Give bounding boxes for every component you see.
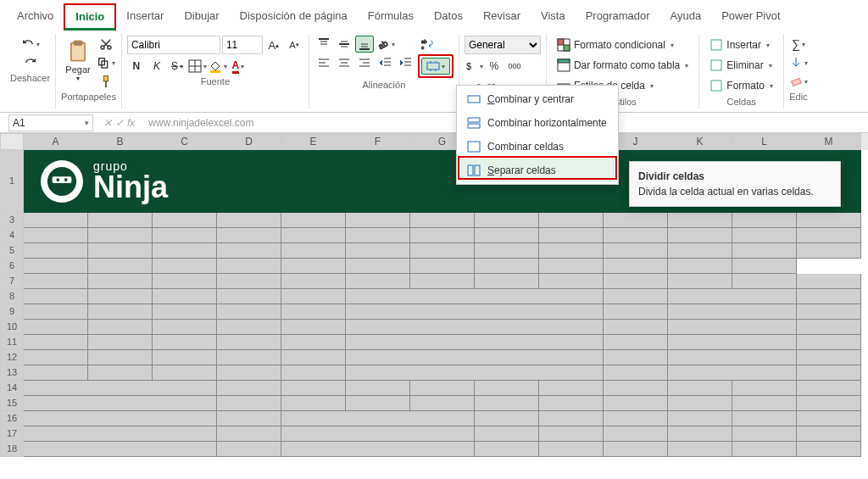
row-header[interactable]: 16 <box>0 411 24 426</box>
table-row[interactable] <box>24 289 861 304</box>
font-size-select[interactable] <box>222 36 263 54</box>
merged-cell[interactable] <box>281 411 475 426</box>
percent-button[interactable]: % <box>485 58 504 75</box>
fx-icon[interactable]: fx <box>127 117 135 129</box>
tab-disposicion[interactable]: Disposición de página <box>230 4 358 30</box>
format-table-button[interactable]: Dar formato como tabla <box>552 56 693 75</box>
bold-button[interactable]: N <box>127 58 146 75</box>
merged-cell[interactable] <box>24 411 217 426</box>
format-painter-button[interactable] <box>97 73 115 90</box>
merge-across-item[interactable]: Combinar horizontalmente <box>459 111 616 135</box>
tab-revisar[interactable]: Revisar <box>473 4 531 30</box>
number-format-select[interactable]: General <box>465 36 541 54</box>
orientation-button[interactable]: ab <box>376 36 395 53</box>
table-row[interactable] <box>24 213 861 228</box>
merge-button[interactable] <box>421 58 450 75</box>
merged-cell[interactable] <box>24 442 217 457</box>
fill-color-button[interactable] <box>209 58 227 75</box>
merged-cell[interactable] <box>668 350 797 365</box>
row-header[interactable]: 3 <box>0 213 24 228</box>
decrease-indent-button[interactable] <box>376 54 395 71</box>
conditional-format-button[interactable]: Formato condicional <box>552 36 679 54</box>
fill-button[interactable] <box>789 54 808 71</box>
format-cells-button[interactable]: Formato <box>704 76 778 95</box>
merged-cell[interactable] <box>668 304 797 320</box>
row-header[interactable]: 11 <box>0 335 24 350</box>
clear-button[interactable] <box>789 73 808 90</box>
col-header[interactable]: K <box>668 133 732 150</box>
table-row[interactable] <box>24 228 861 243</box>
cut-button[interactable] <box>97 36 115 53</box>
merged-cell[interactable] <box>24 381 217 396</box>
redo-button[interactable] <box>21 54 40 71</box>
col-header[interactable]: D <box>217 133 281 150</box>
align-top-button[interactable] <box>314 36 333 53</box>
row-header[interactable]: 10 <box>0 320 24 335</box>
col-header[interactable]: E <box>281 133 346 150</box>
table-row[interactable] <box>24 350 861 365</box>
borders-button[interactable] <box>188 58 207 75</box>
merged-cell[interactable] <box>668 289 797 304</box>
table-row[interactable] <box>24 259 861 274</box>
undo-button[interactable] <box>21 36 40 53</box>
table-row[interactable] <box>24 243 861 259</box>
table-row[interactable] <box>24 396 861 411</box>
row-header[interactable]: 12 <box>0 350 24 365</box>
table-row[interactable] <box>24 381 861 396</box>
merged-cell[interactable] <box>668 335 797 350</box>
tab-ayuda[interactable]: Ayuda <box>660 4 712 30</box>
insert-cells-button[interactable]: Insertar <box>704 36 775 54</box>
col-header[interactable]: B <box>88 133 153 150</box>
table-row[interactable] <box>24 426 861 442</box>
table-row[interactable] <box>24 411 861 426</box>
merge-center-item[interactable]: Combinar y centrar <box>459 87 616 111</box>
merged-cell[interactable] <box>24 396 217 411</box>
table-row[interactable] <box>24 304 861 320</box>
align-left-button[interactable] <box>314 54 333 71</box>
tab-datos[interactable]: Datos <box>424 4 473 30</box>
table-row[interactable] <box>24 335 861 350</box>
tab-programador[interactable]: Programador <box>576 4 660 30</box>
table-row[interactable] <box>24 274 861 289</box>
col-header[interactable]: A <box>24 133 88 150</box>
row-header[interactable]: 5 <box>0 243 24 259</box>
align-center-button[interactable] <box>335 54 353 71</box>
merged-cell[interactable] <box>346 335 604 350</box>
merged-cell[interactable] <box>281 426 475 442</box>
row-header[interactable]: 9 <box>0 304 24 320</box>
row-header[interactable]: 6 <box>0 259 24 274</box>
row-header[interactable]: 13 <box>0 365 24 381</box>
row-header[interactable]: 1 <box>0 150 24 213</box>
table-row[interactable] <box>24 442 861 457</box>
merged-cell[interactable] <box>24 426 217 442</box>
col-header[interactable]: M <box>797 133 861 150</box>
delete-cells-button[interactable]: Eliminar <box>704 56 776 75</box>
col-header[interactable]: L <box>732 133 797 150</box>
currency-button[interactable]: $ <box>465 58 483 75</box>
merge-cells-item[interactable]: Combinar celdas <box>459 135 616 159</box>
tab-formulas[interactable]: Fórmulas <box>358 4 424 30</box>
italic-button[interactable]: K <box>147 58 166 75</box>
row-header[interactable]: 15 <box>0 396 24 411</box>
tab-vista[interactable]: Vista <box>531 4 576 30</box>
increase-font-button[interactable]: A▴ <box>264 36 283 53</box>
table-row[interactable] <box>24 320 861 335</box>
confirm-formula-icon[interactable]: ✓ <box>115 117 124 129</box>
col-header[interactable]: C <box>153 133 217 150</box>
table-row[interactable] <box>24 365 861 381</box>
row-header[interactable]: 18 <box>0 442 24 457</box>
merged-cell[interactable] <box>346 365 604 381</box>
cancel-formula-icon[interactable]: ✕ <box>103 117 112 129</box>
select-all-corner[interactable] <box>0 133 24 150</box>
col-header[interactable]: F <box>346 133 410 150</box>
increase-indent-button[interactable] <box>397 54 415 71</box>
row-header[interactable]: 7 <box>0 274 24 289</box>
merged-cell[interactable] <box>668 365 797 381</box>
tab-insertar[interactable]: Insertar <box>116 4 174 30</box>
wrap-text-button[interactable]: abc <box>418 36 437 53</box>
merged-cell[interactable] <box>668 320 797 335</box>
tab-archivo[interactable]: Archivo <box>7 4 64 30</box>
align-middle-button[interactable] <box>335 36 353 53</box>
cell-grid[interactable] <box>24 213 861 457</box>
row-header[interactable]: 8 <box>0 289 24 304</box>
